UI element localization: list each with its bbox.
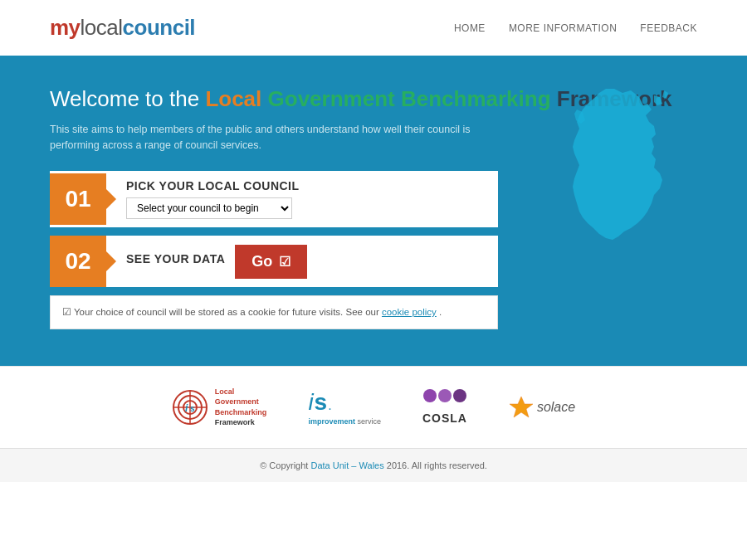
- logo: mylocalcouncil: [50, 15, 195, 41]
- cosla-circle-2: [438, 389, 452, 402]
- nav-home[interactable]: HOME: [454, 22, 486, 34]
- hero-title-prefix: Welcome to the: [50, 86, 205, 111]
- solace-logo: solace: [509, 395, 575, 420]
- copyright-prefix: © Copyright: [260, 460, 310, 470]
- step-2-content: SEE YOUR DATA Go ☑: [106, 236, 498, 287]
- step-2: 02 SEE YOUR DATA Go ☑: [50, 236, 498, 287]
- footer-logos: i s Local Government Benchmarking Framew…: [0, 366, 747, 448]
- scotland-map: [531, 80, 697, 296]
- cookie-policy-link[interactable]: cookie policy: [382, 307, 437, 317]
- cookie-icon: ☑: [62, 307, 74, 317]
- cosla-circle-3: [453, 389, 466, 402]
- is-letter-s: s: [315, 389, 328, 416]
- cosla-circle-1: [423, 389, 437, 402]
- step-1-content: PICK YOUR LOCAL COUNCIL Select your coun…: [106, 171, 498, 227]
- cookie-suffix: .: [439, 307, 442, 317]
- go-button-label: Go: [251, 253, 272, 270]
- lgbf-icon: i s: [172, 389, 208, 426]
- hero-section: Welcome to the Local Government Benchmar…: [0, 56, 747, 366]
- nav-more-information[interactable]: MORE INFORMATION: [509, 22, 617, 34]
- step-1-number: 01: [50, 173, 106, 225]
- is-logo: i s . improvement service: [308, 389, 381, 426]
- step-2-number: 02: [50, 236, 106, 287]
- cookie-notice: ☑ Your choice of council will be stored …: [50, 295, 498, 329]
- hero-word-local: Local: [205, 86, 261, 111]
- svg-text:s: s: [190, 404, 195, 413]
- cosla-circles: [423, 389, 466, 402]
- copyright-bar: © Copyright Data Unit – Wales 2016. All …: [0, 448, 747, 482]
- cookie-text: Your choice of council will be stored as…: [74, 307, 382, 317]
- hero-word-government: Government: [268, 86, 395, 111]
- nav-feedback[interactable]: FEEDBACK: [640, 22, 697, 34]
- is-label: improvement service: [308, 417, 381, 426]
- logo-council: council: [123, 15, 196, 40]
- cosla-text: COSLA: [422, 411, 467, 425]
- go-button[interactable]: Go ☑: [235, 245, 307, 279]
- cosla-logo: COSLA: [422, 389, 467, 425]
- copyright-suffix: 2016. All rights reserved.: [387, 460, 487, 470]
- step-1-label: PICK YOUR LOCAL COUNCIL: [126, 179, 483, 192]
- step-1: 01 PICK YOUR LOCAL COUNCIL Select your c…: [50, 171, 498, 227]
- lgbf-text: Local Government Benchmarking Framework: [215, 387, 267, 428]
- solace-star-icon: [509, 395, 534, 420]
- lgbf-logo: i s Local Government Benchmarking Framew…: [172, 387, 267, 428]
- copyright-link[interactable]: Data Unit – Wales: [310, 460, 383, 470]
- step-2-label: SEE YOUR DATA: [126, 252, 225, 265]
- is-letter-i: i: [308, 389, 313, 416]
- svg-marker-7: [510, 397, 533, 417]
- council-select[interactable]: Select your council to begin Aberdeen Ci…: [126, 197, 292, 219]
- solace-text: solace: [537, 400, 575, 415]
- steps-container: 01 PICK YOUR LOCAL COUNCIL Select your c…: [50, 171, 498, 329]
- main-nav: HOME MORE INFORMATION FEEDBACK: [454, 22, 697, 34]
- svg-text:i: i: [185, 402, 188, 414]
- checkmark-icon: ☑: [279, 254, 290, 270]
- logo-local: local: [81, 15, 123, 40]
- hero-subtitle: This site aims to help members of the pu…: [50, 122, 490, 153]
- is-logo-wrap: i s . improvement service: [308, 389, 381, 426]
- logo-my: my: [50, 15, 81, 40]
- hero-word-benchmarking: Benchmarking: [401, 86, 551, 111]
- header: mylocalcouncil HOME MORE INFORMATION FEE…: [0, 0, 747, 56]
- is-dot: .: [328, 398, 331, 413]
